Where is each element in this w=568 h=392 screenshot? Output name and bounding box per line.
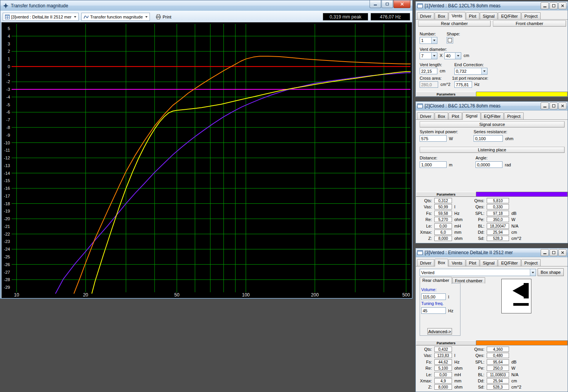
close-button[interactable] <box>558 102 566 109</box>
tab-signal[interactable]: Signal <box>480 12 498 19</box>
tab-rear-chamber[interactable]: Rear chamber <box>420 277 452 284</box>
rear-chamber-header[interactable]: Rear chamber <box>418 20 491 27</box>
param-label: Vas: <box>417 204 432 209</box>
tab-vents[interactable]: Vents <box>449 12 465 20</box>
chevron-down-icon[interactable] <box>455 53 461 59</box>
vent-shape-button[interactable] <box>447 37 453 44</box>
tab-project[interactable]: Project <box>504 112 523 119</box>
panel1-titlebar[interactable]: [1]Vented : B&C 12CL76 8ohm meas <box>416 2 568 10</box>
chevron-down-icon <box>145 16 148 18</box>
box-type-select[interactable]: Vented <box>420 269 536 276</box>
advanced-button[interactable]: Advanced-> <box>427 328 452 335</box>
tab-plot[interactable]: Plot <box>466 259 479 266</box>
minimize-button[interactable] <box>541 2 549 9</box>
parameters-header[interactable]: Parameters <box>416 192 476 197</box>
tuning-freq-label[interactable]: Tuning freq. <box>421 301 444 306</box>
tab-driver[interactable]: Driver <box>417 12 434 19</box>
window-vented-bc[interactable]: [1]Vented : B&C 12CL76 8ohm meas DriverB… <box>415 1 568 97</box>
tab-box[interactable]: Box <box>435 259 448 266</box>
panel1-parameters-strip: Parameters <box>416 92 568 97</box>
y-axis-tick-label: -3 <box>6 87 10 92</box>
restore-button[interactable] <box>550 249 558 256</box>
y-axis-tick-label: -24 <box>4 247 10 251</box>
graph-type-value: Transfer function magnitude <box>90 15 144 19</box>
chevron-down-icon[interactable] <box>431 37 437 44</box>
graph-type-select[interactable]: Transfer function magnitude <box>81 13 150 21</box>
volume-label[interactable]: Volume: <box>421 287 437 292</box>
y-axis-tick-label: -7 <box>6 117 10 122</box>
maximize-button[interactable] <box>381 0 393 8</box>
tab-plot[interactable]: Plot <box>466 12 479 19</box>
tab-box[interactable]: Box <box>435 112 448 119</box>
panel2-titlebar[interactable]: [2]Closed : B&C 12CL76 8ohm meas <box>416 102 568 111</box>
tab-eq-filter[interactable]: EQ/Filter <box>481 112 504 119</box>
window-closed-bc[interactable]: [2]Closed : B&C 12CL76 8ohm meas DriverB… <box>415 101 568 243</box>
parameters-header[interactable]: Parameters <box>416 340 476 345</box>
tab-driver[interactable]: Driver <box>417 112 434 119</box>
window-vented-deltalite[interactable]: [3]Vented : Eminence DeltaLite II 2512 m… <box>415 248 568 392</box>
port-resonance-field[interactable]: 775,81 <box>454 81 472 88</box>
main-titlebar[interactable]: Transfer function magnitude <box>0 0 412 11</box>
restore-button[interactable] <box>550 102 558 109</box>
param-value: 0,480 <box>487 353 509 358</box>
tab-signal[interactable]: Signal <box>480 259 498 266</box>
y-axis-tick-label: -26 <box>4 262 10 267</box>
front-chamber-header[interactable]: Front chamber <box>493 20 566 27</box>
tab-vents[interactable]: Vents <box>449 259 465 266</box>
tab-plot[interactable]: Plot <box>449 112 462 119</box>
tab-eq-filter[interactable]: EQ/Filter <box>498 259 521 266</box>
parameters-header[interactable]: Parameters <box>416 92 476 97</box>
param-value: 25,94 <box>487 378 509 384</box>
series-resistance-field[interactable]: 0,100 <box>474 135 503 142</box>
transfer-function-plot[interactable]: 543210-1-2-3-4-5-6-7-8-9-10-11-12-13-14-… <box>2 22 412 298</box>
plot-canvas[interactable]: 543210-1-2-3-4-5-6-7-8-9-10-11-12-13-14-… <box>2 22 412 298</box>
frequency-readout: 476,07 Hz <box>371 13 410 20</box>
chevron-down-icon[interactable] <box>481 68 487 74</box>
listening-place-header: Listening place <box>420 147 565 153</box>
angle-label: Angle: <box>476 156 487 160</box>
tab-project[interactable]: Project <box>521 259 541 266</box>
chevron-down-icon <box>74 16 76 18</box>
vent-diameter-select[interactable]: 7 <box>420 52 437 59</box>
box-shape-button[interactable]: Box shape <box>538 268 564 276</box>
tuning-freq-field[interactable]: 45 <box>421 307 446 314</box>
distance-field[interactable]: 1,000 <box>420 161 447 168</box>
vent-number-select[interactable]: 1 <box>420 37 437 44</box>
main-window-title: Transfer function magnitude <box>11 3 68 8</box>
minimize-button[interactable] <box>541 249 549 256</box>
volume-field[interactable]: 115,00 <box>421 293 446 300</box>
param-label: Pe: <box>469 217 484 222</box>
close-button[interactable] <box>558 2 566 9</box>
restore-button[interactable] <box>550 2 558 9</box>
print-button[interactable]: Print <box>153 13 175 21</box>
tab-box[interactable]: Box <box>435 12 448 19</box>
end-correction-select[interactable]: 0,732 <box>454 68 487 75</box>
chevron-down-icon[interactable] <box>530 269 536 276</box>
tab-project[interactable]: Project <box>521 12 541 19</box>
minimize-button[interactable] <box>541 102 549 109</box>
param-value: 0,330 <box>487 204 509 209</box>
shape-label: Shape: <box>447 32 460 36</box>
tab-front-chamber[interactable]: Front chamber <box>452 277 486 283</box>
box-shape-preview <box>501 279 531 313</box>
param-label: Qms: <box>469 198 484 203</box>
minimize-button[interactable] <box>370 0 381 8</box>
y-axis-tick-label: -12 <box>4 156 10 160</box>
vent-diameter2-select[interactable]: 40 <box>444 52 461 59</box>
project-select[interactable]: [3]vented : DeltaLite II 2512 mer <box>3 13 79 21</box>
y-axis-tick-label: -13 <box>4 163 10 168</box>
panel2-driver-parameters: Qts:0,312Vas:50,99lFs:59,58HzRe:5,270ohm… <box>416 197 568 243</box>
system-input-power-field[interactable]: 575 <box>420 135 447 142</box>
tab-driver[interactable]: Driver <box>417 259 434 266</box>
angle-field[interactable]: 0,0000 <box>476 161 502 168</box>
vent-length-field[interactable]: 22,15 <box>420 68 437 74</box>
panel3-parameters-strip: Parameters <box>416 340 568 345</box>
chevron-down-icon[interactable] <box>431 53 437 59</box>
close-button[interactable] <box>558 249 566 256</box>
close-button[interactable] <box>393 0 410 8</box>
tab-eq-filter[interactable]: EQ/Filter <box>498 12 521 19</box>
panel3-titlebar[interactable]: [3]Vented : Eminence DeltaLite II 2512 m… <box>416 248 568 257</box>
param-unit: dB <box>511 360 516 364</box>
param-value: 97,18 <box>487 211 509 216</box>
tab-signal[interactable]: Signal <box>462 112 481 120</box>
